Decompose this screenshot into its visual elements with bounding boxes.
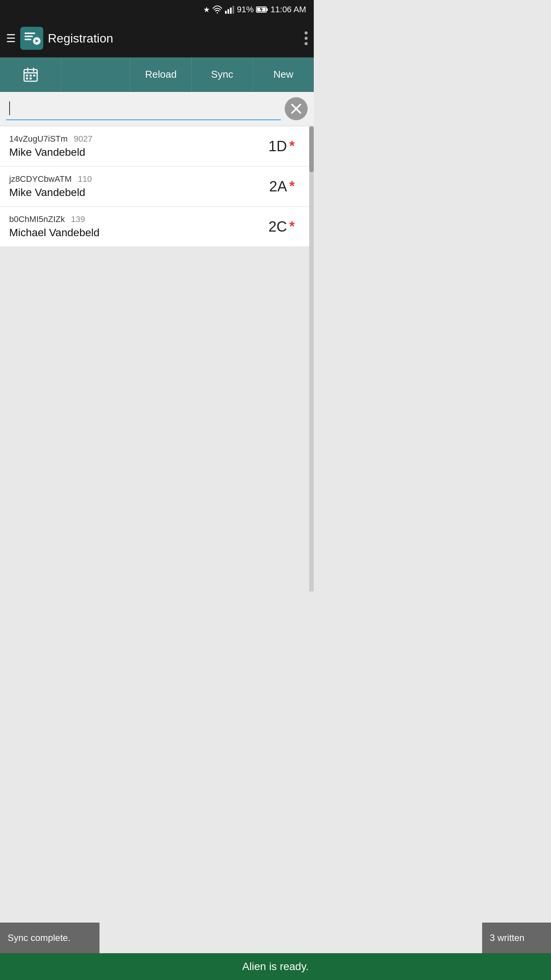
overflow-menu-icon[interactable] bbox=[305, 27, 308, 50]
reg-id-2: jz8CDYCbwATM bbox=[9, 174, 72, 184]
reg-number-1: 9027 bbox=[74, 134, 93, 144]
svg-rect-11 bbox=[24, 36, 33, 37]
battery-percent: 91% bbox=[237, 5, 254, 15]
svg-rect-4 bbox=[233, 6, 234, 14]
svg-rect-1 bbox=[225, 11, 227, 14]
signal-icon bbox=[225, 5, 235, 14]
scrollbar-track[interactable] bbox=[309, 126, 314, 591]
reg-info-3: b0ChMI5nZIZk 139 Michael Vandebeld bbox=[9, 214, 268, 239]
reg-meta-1: 14vZugU7iSTm 9027 bbox=[9, 134, 268, 144]
svg-rect-21 bbox=[33, 75, 35, 77]
status-bar: ★ 91% 11:06 AM bbox=[0, 0, 314, 19]
content-area: 14vZugU7iSTm 9027 Mike Vandebeld 1D * jz… bbox=[0, 126, 314, 591]
list-item[interactable]: 14vZugU7iSTm 9027 Mike Vandebeld 1D * bbox=[0, 126, 314, 167]
list-item[interactable]: b0ChMI5nZIZk 139 Michael Vandebeld 2C * bbox=[0, 207, 314, 247]
svg-rect-19 bbox=[26, 75, 28, 77]
status-icons: ★ 91% 11:06 AM bbox=[203, 5, 306, 15]
reg-name-3: Michael Vandebeld bbox=[9, 227, 268, 239]
reg-number-3: 139 bbox=[71, 214, 85, 224]
reg-meta-3: b0ChMI5nZIZk 139 bbox=[9, 214, 268, 224]
search-input[interactable] bbox=[10, 103, 278, 114]
clear-search-button[interactable] bbox=[285, 97, 308, 120]
reg-asterisk-2: * bbox=[289, 178, 295, 194]
new-btn[interactable]: New bbox=[253, 57, 314, 91]
reg-badge-text-2: 2A bbox=[269, 178, 287, 195]
list-item[interactable]: jz8CDYCbwATM 110 Mike Vandebeld 2A * bbox=[0, 167, 314, 207]
registration-list: 14vZugU7iSTm 9027 Mike Vandebeld 1D * jz… bbox=[0, 126, 314, 247]
svg-rect-10 bbox=[24, 33, 35, 34]
reg-badge-text-3: 2C bbox=[268, 219, 287, 235]
hamburger-icon[interactable]: ☰ bbox=[6, 32, 16, 45]
reload-label: Reload bbox=[145, 69, 176, 80]
app-bar-left: ☰ Registration bbox=[6, 27, 113, 50]
time-display: 11:06 AM bbox=[271, 5, 306, 15]
reg-badge-2: 2A * bbox=[269, 178, 295, 195]
reg-badge-1: 1D * bbox=[268, 138, 295, 155]
app-title: Registration bbox=[48, 31, 113, 46]
svg-point-0 bbox=[217, 12, 218, 13]
reg-asterisk-3: * bbox=[289, 219, 295, 235]
reg-badge-text-1: 1D bbox=[268, 138, 287, 155]
calendar-icon bbox=[23, 67, 38, 82]
svg-rect-22 bbox=[26, 77, 28, 79]
reg-number-2: 110 bbox=[78, 174, 92, 184]
svg-marker-8 bbox=[260, 7, 263, 13]
scrollbar-thumb[interactable] bbox=[309, 126, 314, 172]
reg-id-3: b0ChMI5nZIZk bbox=[9, 214, 65, 224]
toolbar: Reload Sync New bbox=[0, 57, 314, 92]
svg-rect-12 bbox=[24, 39, 31, 40]
reg-info-2: jz8CDYCbwATM 110 Mike Vandebeld bbox=[9, 174, 269, 199]
svg-rect-20 bbox=[29, 75, 32, 77]
reg-info-1: 14vZugU7iSTm 9027 Mike Vandebeld bbox=[9, 134, 268, 158]
reg-badge-3: 2C * bbox=[268, 219, 295, 235]
sync-label: Sync bbox=[211, 69, 233, 80]
calendar-btn[interactable] bbox=[0, 57, 61, 91]
reg-meta-2: jz8CDYCbwATM 110 bbox=[9, 174, 269, 184]
svg-rect-7 bbox=[266, 8, 268, 11]
reload-btn[interactable]: Reload bbox=[130, 57, 191, 91]
wifi-icon bbox=[212, 5, 222, 14]
svg-rect-3 bbox=[230, 8, 231, 14]
svg-rect-23 bbox=[29, 77, 32, 79]
reg-id-1: 14vZugU7iSTm bbox=[9, 134, 68, 144]
svg-rect-2 bbox=[228, 9, 229, 14]
search-input-wrapper[interactable] bbox=[6, 97, 281, 120]
new-label: New bbox=[273, 69, 293, 80]
search-bar bbox=[0, 92, 314, 126]
reg-name-2: Mike Vandebeld bbox=[9, 186, 269, 199]
bluetooth-icon: ★ bbox=[203, 5, 210, 14]
empty-area bbox=[0, 247, 314, 591]
close-icon bbox=[290, 102, 303, 115]
battery-charging-icon bbox=[256, 6, 268, 13]
reg-name-1: Mike Vandebeld bbox=[9, 146, 268, 158]
app-bar: ☰ Registration bbox=[0, 19, 314, 57]
sync-btn[interactable]: Sync bbox=[191, 57, 253, 91]
app-logo bbox=[20, 27, 43, 50]
reg-asterisk-1: * bbox=[289, 138, 295, 154]
